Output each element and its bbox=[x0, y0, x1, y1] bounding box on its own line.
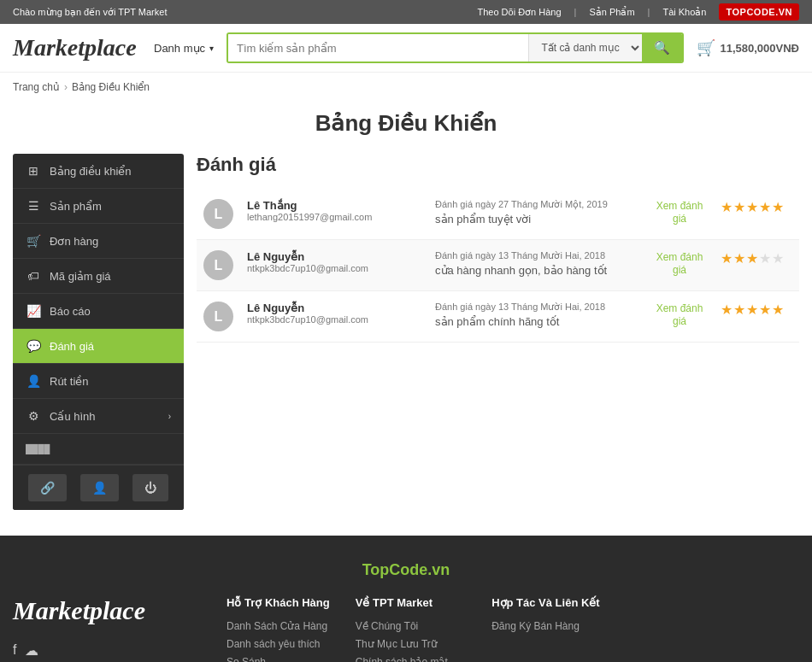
reviews-icon: 💬 bbox=[26, 339, 41, 353]
sidebar-item-label: Cấu hình bbox=[50, 410, 96, 423]
star-icon: ★ bbox=[721, 302, 733, 317]
sidebar-item-label: Sản phẩm bbox=[50, 200, 102, 213]
account-link[interactable]: Tài Khoản bbox=[662, 7, 706, 18]
view-review-link[interactable]: Xem đánh giá bbox=[656, 200, 703, 225]
reviewer-name: Lê Nguyễn bbox=[247, 302, 421, 314]
footer-column: Về TPT MarketVề Chúng TôiThư Mục Lưu Trữ… bbox=[356, 596, 466, 662]
sidebar-item-withdraw[interactable]: 👤 Rút tiền bbox=[13, 364, 184, 399]
search-input[interactable] bbox=[228, 34, 528, 62]
table-row: L Lê Nguyễn ntkpk3bdc7up10@gmail.com Đán… bbox=[197, 240, 799, 291]
footer-link[interactable]: Danh Sách Cửa Hàng bbox=[227, 620, 327, 632]
star-icon: ★ bbox=[759, 200, 772, 214]
footer-column: Hợp Tác Và Liên KếtĐăng Ký Bán Hàng bbox=[491, 596, 600, 662]
cart-icon: 🛒 bbox=[697, 38, 715, 57]
star-icon: ★ bbox=[746, 200, 759, 214]
header: Marketplace Danh mục ▾ Tất cả danh mục 🔍… bbox=[0, 24, 812, 73]
breadcrumb: Trang chủ › Bảng Điều Khiển bbox=[0, 73, 812, 102]
star-icon: ★ bbox=[721, 200, 733, 214]
star-icon: ★ bbox=[772, 200, 785, 214]
cart-area: 🛒 11,580,000VNĐ bbox=[697, 38, 799, 57]
star-icon: ★ bbox=[772, 302, 785, 317]
topcode-badge: TOPCODE.VN bbox=[719, 3, 799, 21]
orders-icon: 🛒 bbox=[26, 234, 41, 248]
star-icon: ★ bbox=[759, 251, 772, 266]
sidebar-item-coupons[interactable]: 🏷 Mã giảm giá bbox=[13, 259, 184, 294]
table-row: L Lê Nguyễn ntkpk3bdc7up10@gmail.com Đán… bbox=[197, 291, 799, 343]
dashboard-icon: ⊞ bbox=[26, 164, 41, 178]
footer-col-title: Về TPT Market bbox=[356, 596, 466, 609]
reviewer-name: Lê Thắng bbox=[247, 199, 421, 212]
products-link[interactable]: Sản Phẩm bbox=[589, 7, 634, 18]
rss-link[interactable]: ☁ bbox=[25, 642, 38, 659]
breadcrumb-separator: › bbox=[64, 81, 68, 93]
view-review-link[interactable]: Xem đánh giá bbox=[656, 302, 703, 327]
footer-link[interactable]: So Sánh bbox=[227, 656, 266, 662]
footer-link[interactable]: Thư Mục Lưu Trữ bbox=[356, 638, 438, 650]
footer-link[interactable]: Chính sách bảo mật bbox=[356, 656, 448, 662]
search-button[interactable]: 🔍 bbox=[642, 34, 682, 62]
reviews-title: Đánh giá bbox=[197, 154, 799, 176]
review-date: Đánh giá ngày 27 Tháng Mười Một, 2019 bbox=[435, 199, 638, 210]
star-icon: ★ bbox=[746, 302, 759, 317]
facebook-link[interactable]: f bbox=[13, 642, 16, 659]
sidebar-logout-button[interactable]: ⏻ bbox=[132, 474, 168, 501]
review-comment: sản phẩm chính hãng tốt bbox=[435, 315, 638, 328]
footer-logo: Marketplace bbox=[13, 596, 201, 625]
sidebar-item-extra[interactable]: ████ bbox=[13, 434, 184, 465]
chevron-right-icon: › bbox=[168, 412, 171, 421]
sidebar-link-button[interactable]: 🔗 bbox=[28, 474, 67, 501]
footer-link[interactable]: Danh sách yêu thích bbox=[227, 638, 320, 650]
review-comment: sản phẩm tuyệt vời bbox=[435, 213, 638, 226]
breadcrumb-home[interactable]: Trang chủ bbox=[13, 81, 60, 93]
view-review-link[interactable]: Xem đánh giá bbox=[656, 251, 703, 276]
category-select[interactable]: Tất cả danh mục bbox=[528, 34, 642, 62]
sidebar-item-dashboard[interactable]: ⊞ Bảng điều khiển bbox=[13, 154, 184, 189]
nav-menu[interactable]: Danh mục ▾ bbox=[154, 42, 214, 55]
products-icon: ☰ bbox=[26, 199, 41, 213]
reviewer-email: lethang20151997@gmail.com bbox=[247, 212, 421, 222]
top-bar: Chào mừng bạn đến với TPT Market Theo Dõ… bbox=[0, 0, 812, 24]
sidebar-item-reviews[interactable]: 💬 Đánh giá bbox=[13, 329, 184, 364]
footer-social: f ☁ bbox=[13, 642, 201, 659]
sidebar-item-label: Rút tiền bbox=[50, 375, 89, 388]
footer-logo-col: Marketplace f ☁ bbox=[13, 596, 201, 662]
star-rating: ★★★★★ bbox=[721, 302, 792, 318]
nav-menu-label: Danh mục bbox=[154, 42, 205, 55]
main-content: ⊞ Bảng điều khiển ☰ Sản phẩm 🛒 Đơn hàng … bbox=[0, 154, 812, 536]
sidebar-item-label: Bảng điều khiển bbox=[50, 165, 132, 178]
star-icon: ★ bbox=[733, 251, 746, 266]
sidebar-user-button[interactable]: 👤 bbox=[80, 474, 119, 501]
config-icon: ⚙ bbox=[26, 409, 41, 423]
top-bar-right: Theo Dõi Đơn Hàng | Sản Phẩm | Tài Khoản… bbox=[477, 3, 799, 21]
star-icon: ★ bbox=[772, 251, 785, 266]
footer-link[interactable]: Đăng Ký Bán Hàng bbox=[491, 620, 580, 632]
divider: | bbox=[574, 7, 577, 17]
footer-column: Hỗ Trợ Khách HàngDanh Sách Cửa HàngDanh … bbox=[227, 596, 330, 662]
cart-amount: 11,580,000VNĐ bbox=[720, 42, 799, 55]
topcode-title: TopCode.vn bbox=[13, 561, 799, 579]
extra-icon: ████ bbox=[26, 444, 41, 454]
footer-link[interactable]: Về Chúng Tôi bbox=[356, 620, 419, 632]
star-icon: ★ bbox=[721, 251, 733, 266]
chevron-down-icon: ▾ bbox=[209, 44, 214, 53]
sidebar-item-reports[interactable]: 📈 Báo cáo bbox=[13, 294, 184, 329]
sidebar-item-label: Đơn hàng bbox=[50, 235, 98, 248]
sidebar-item-config[interactable]: ⚙ Cấu hình › bbox=[13, 399, 184, 434]
divider2: | bbox=[648, 7, 650, 17]
sidebar-item-orders[interactable]: 🛒 Đơn hàng bbox=[13, 224, 184, 259]
page-title: Bảng Điều Khiển bbox=[0, 102, 812, 154]
track-order-link[interactable]: Theo Dõi Đơn Hàng bbox=[477, 7, 561, 18]
sidebar-item-products[interactable]: ☰ Sản phẩm bbox=[13, 189, 184, 224]
site-logo[interactable]: Marketplace bbox=[13, 34, 141, 62]
star-rating: ★★★★★ bbox=[721, 199, 792, 215]
star-icon: ★ bbox=[759, 302, 772, 317]
footer-col-title: Hỗ Trợ Khách Hàng bbox=[227, 596, 330, 609]
reviewer-email: ntkpk3bdc7up10@gmail.com bbox=[247, 263, 421, 273]
avatar: L bbox=[203, 302, 233, 331]
star-icon: ★ bbox=[733, 302, 746, 317]
star-icon: ★ bbox=[733, 200, 746, 214]
sidebar-footer: 🔗 👤 ⏻ bbox=[13, 465, 184, 510]
avatar: L bbox=[203, 250, 233, 280]
star-icon: ★ bbox=[746, 251, 759, 266]
reviewer-name: Lê Nguyễn bbox=[247, 250, 421, 263]
